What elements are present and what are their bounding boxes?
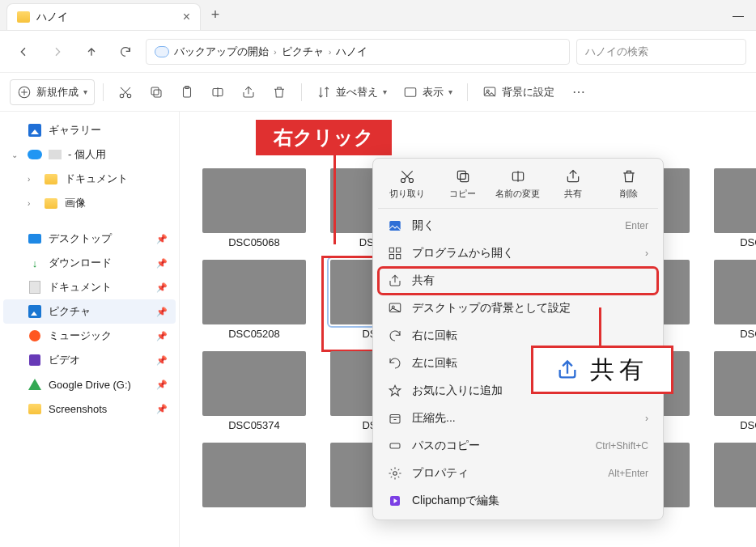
copy-button[interactable] [142, 80, 170, 104]
annotation-rightclick: 右クリック [256, 120, 392, 155]
download-icon: ↓ [28, 256, 42, 270]
sidebar: ギャラリー ⌄- 個人用 ›ドキュメント ›画像 デスクトップ📌 ↓ダウンロード… [0, 112, 180, 547]
view-icon [403, 85, 418, 100]
plus-icon [17, 85, 32, 100]
svg-rect-20 [397, 255, 401, 259]
properties-icon [388, 466, 402, 481]
svg-point-22 [392, 306, 394, 308]
svg-rect-16 [389, 221, 401, 231]
file-item[interactable]: DSC05374 [197, 351, 311, 439]
ctx-delete[interactable]: 削除 [604, 168, 654, 200]
svg-rect-24 [390, 443, 400, 448]
annotation-share: 共有 [531, 346, 673, 394]
sidebar-item-onedrive[interactable]: ⌄- 個人用 [3, 142, 176, 167]
scissors-icon [118, 85, 133, 100]
gdrive-icon [28, 379, 41, 390]
window-controls: — [720, 0, 756, 30]
paste-button[interactable] [173, 80, 201, 104]
crumb-hanoi[interactable]: ハノイ [336, 45, 367, 59]
window-title: ハノイ [36, 10, 68, 24]
context-menu: 切り取り コピー 名前の変更 共有 削除 開くEnter プログラムから開く› … [372, 158, 664, 520]
ctx-properties[interactable]: プロパティAlt+Enter [378, 460, 658, 487]
window-tab[interactable]: ハノイ × [6, 3, 201, 30]
svg-rect-19 [389, 255, 393, 259]
more-button[interactable]: ⋯ [564, 84, 595, 100]
file-item[interactable]: DSC05445 [709, 351, 756, 439]
ctx-set-wallpaper[interactable]: デスクトップの背景として設定 [378, 295, 658, 322]
svg-rect-3 [154, 90, 161, 97]
set-background-button[interactable]: 背景に設定 [476, 80, 561, 104]
sidebar-item-screenshots[interactable]: Screenshots📌 [3, 396, 176, 421]
cloud-icon [155, 46, 169, 57]
share-button[interactable] [235, 80, 262, 104]
rename-button[interactable] [204, 80, 231, 104]
sidebar-item-gdrive[interactable]: Google Drive (G:)📌 [3, 372, 176, 396]
ctx-copy[interactable]: コピー [438, 168, 488, 200]
search-input[interactable]: ハノイの検索 [576, 39, 746, 65]
nav-row: バックアップの開始 › ピクチャ › ハノイ ハノイの検索 [0, 31, 756, 73]
ctx-open[interactable]: 開くEnter [378, 212, 658, 240]
chevron-down-icon: ▾ [83, 87, 87, 96]
annotation-line [333, 155, 336, 244]
chevron-right-icon: › [645, 248, 648, 259]
context-menu-topbar: 切り取り コピー 名前の変更 共有 削除 [378, 163, 658, 209]
sidebar-item-gallery[interactable]: ギャラリー [3, 118, 176, 142]
picture-icon [388, 218, 402, 233]
titlebar: ハノイ × + — [0, 0, 756, 31]
chevron-right-icon: › [645, 413, 648, 424]
annotation-line [599, 307, 601, 346]
ctx-copy-path[interactable]: パスのコピーCtrl+Shift+C [378, 432, 658, 460]
file-item[interactable]: DSC05208 [197, 260, 311, 348]
crumb-pictures[interactable]: ピクチャ [282, 45, 324, 59]
breadcrumb[interactable]: バックアップの開始 › ピクチャ › ハノイ [146, 39, 570, 65]
sidebar-item-documents2[interactable]: ドキュメント📌 [3, 275, 176, 299]
copy-icon [149, 85, 164, 100]
folder-icon [17, 11, 30, 23]
close-icon[interactable]: × [183, 10, 190, 24]
archive-icon [388, 411, 402, 426]
view-button[interactable]: 表示 ▾ [397, 80, 459, 104]
back-button[interactable] [10, 38, 37, 66]
sidebar-item-documents[interactable]: ›ドキュメント [3, 167, 176, 191]
ctx-cut[interactable]: 切り取り [382, 168, 432, 200]
sort-button[interactable]: 並べ替え ▾ [310, 80, 393, 104]
sidebar-item-videos[interactable]: ビデオ📌 [3, 348, 176, 372]
ctx-share-top[interactable]: 共有 [548, 168, 598, 200]
sidebar-item-downloads[interactable]: ↓ダウンロード📌 [3, 251, 176, 275]
file-item[interactable]: DSC05186 [709, 168, 756, 257]
crumb-backup[interactable]: バックアップの開始 [174, 45, 269, 59]
sidebar-item-images[interactable]: ›画像 [3, 191, 176, 215]
delete-button[interactable] [265, 80, 293, 104]
ctx-open-with[interactable]: プログラムから開く› [378, 240, 658, 267]
sidebar-item-desktop[interactable]: デスクトップ📌 [3, 227, 176, 251]
chevron-right-icon: › [274, 47, 277, 57]
svg-rect-21 [389, 303, 401, 312]
svg-rect-8 [405, 87, 416, 96]
svg-rect-14 [457, 171, 465, 179]
refresh-button[interactable] [112, 38, 139, 66]
rotate-right-icon [388, 329, 402, 343]
svg-point-10 [486, 90, 489, 92]
sidebar-item-music[interactable]: ミュージック📌 [3, 324, 176, 348]
up-button[interactable] [78, 38, 105, 66]
file-item[interactable]: DSC05271 [709, 260, 756, 348]
file-item[interactable]: DSC05068 [197, 168, 311, 257]
clipchamp-icon [388, 494, 402, 508]
apps-icon [388, 246, 402, 261]
ctx-rename[interactable]: 名前の変更 [493, 168, 543, 200]
rename-icon [210, 85, 225, 100]
new-tab-button[interactable]: + [201, 0, 230, 30]
star-icon [388, 384, 402, 398]
ctx-clipchamp[interactable]: Clipchampで編集 [378, 487, 658, 515]
cut-button[interactable] [112, 80, 139, 104]
wallpaper-icon [388, 301, 402, 316]
forward-button[interactable] [44, 38, 71, 66]
path-icon [388, 439, 402, 453]
file-item[interactable] [197, 443, 311, 507]
ctx-compress[interactable]: 圧縮先...› [378, 405, 658, 432]
minimize-button[interactable]: — [720, 0, 756, 30]
file-item[interactable] [709, 443, 756, 507]
sidebar-item-pictures[interactable]: ピクチャ📌 [3, 299, 176, 324]
ctx-share[interactable]: 共有 [378, 267, 658, 295]
new-button[interactable]: 新規作成 ▾ [10, 79, 95, 105]
